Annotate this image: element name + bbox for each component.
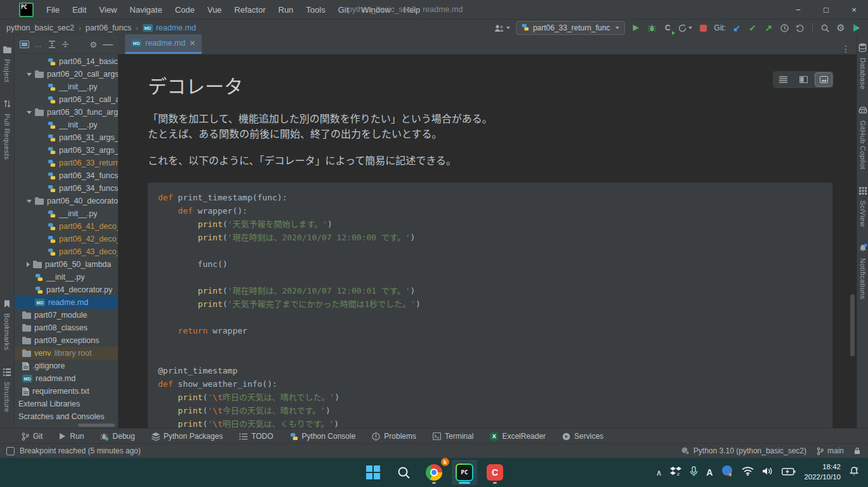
toolwindow-excelreader[interactable]: XExcelReader — [490, 432, 546, 441]
tab-readme[interactable]: MD readme.md ✕ — [125, 34, 202, 54]
menu-run[interactable]: Run — [273, 3, 299, 16]
tree-item[interactable]: part06_41_deco_dem — [15, 220, 118, 233]
editor-only-button[interactable] — [774, 72, 792, 87]
project-view-icon[interactable] — [20, 41, 29, 48]
interpreter-widget[interactable]: Python 3.10 (python_basic_sec2) — [681, 446, 806, 455]
tree-item[interactable]: MDreadme.md — [15, 372, 118, 385]
chevron-down-icon[interactable] — [27, 200, 32, 203]
taskbar-clock[interactable]: 18:42 2022/10/10 — [804, 462, 841, 482]
tree-item[interactable]: __init__.py — [15, 81, 118, 93]
tree-item[interactable]: part08_classes — [15, 321, 118, 334]
menu-navigate[interactable]: Navigate — [124, 3, 167, 16]
tree-item[interactable]: part06_30_func_args_an — [15, 106, 118, 119]
tree-item[interactable]: __init__.py — [15, 119, 118, 131]
tree-item[interactable]: part06_14_basic.py — [15, 55, 118, 68]
plugin-gradient-icon[interactable] — [852, 22, 862, 34]
chevron-right-icon[interactable] — [27, 262, 30, 267]
collapse-all-icon[interactable] — [62, 41, 69, 48]
tab-close-icon[interactable]: ✕ — [189, 39, 195, 48]
git-update-icon[interactable]: ↙ — [732, 22, 742, 34]
breadcrumb-file[interactable]: MDreadme.md — [143, 23, 196, 32]
breadcrumb-item[interactable]: part06_funcs — [86, 23, 131, 32]
menu-code[interactable]: Code — [170, 3, 200, 16]
run-configuration-select[interactable]: part06_33_return_func — [516, 21, 625, 35]
expand-all-icon[interactable] — [48, 41, 56, 48]
menu-view[interactable]: View — [94, 3, 122, 16]
toolwindow-python-packages[interactable]: Python Packages — [152, 432, 223, 441]
stop-button[interactable] — [698, 22, 708, 34]
chevron-down-icon[interactable] — [27, 111, 32, 114]
camtasia-taskbar-icon[interactable]: C — [482, 460, 508, 485]
pycharm-taskbar-icon[interactable]: PC — [452, 460, 477, 485]
tree-item[interactable]: part06_33_return_fu — [15, 157, 118, 169]
stripe-button-notifications[interactable]: Notifications — [858, 244, 867, 299]
battery-icon[interactable] — [782, 467, 796, 478]
tree-item[interactable]: venv library root — [15, 347, 118, 360]
toolwindow-debug[interactable]: Debug — [100, 432, 135, 441]
preview-only-button[interactable] — [815, 72, 832, 87]
taskbar-search-button[interactable] — [391, 460, 416, 485]
coverage-button[interactable] — [678, 22, 692, 34]
minimize-button[interactable]: − — [784, 0, 812, 19]
chrome-taskbar-icon[interactable]: k — [421, 460, 447, 485]
chevron-down-icon[interactable] — [27, 73, 32, 76]
run-button[interactable] — [631, 22, 641, 34]
tree-item[interactable]: Scratches and Consoles — [15, 410, 118, 423]
lock-icon[interactable] — [854, 447, 860, 455]
volume-icon[interactable] — [762, 467, 773, 478]
split-view-button[interactable] — [794, 72, 812, 87]
git-commit-icon[interactable]: ✓ — [747, 22, 758, 34]
tree-item[interactable]: part06_50_lambda — [15, 258, 118, 271]
project-view-more[interactable]: … — [35, 41, 43, 48]
tree-item[interactable]: part06_43_deco_dem — [15, 245, 118, 258]
toolwindow-services[interactable]: Services — [562, 432, 603, 441]
profile-button[interactable]: C — [662, 22, 673, 34]
tree-item[interactable]: part06_21_call_args_ — [15, 93, 118, 106]
ime-mode-indicator[interactable]: A — [706, 467, 713, 477]
toolwindow-todo[interactable]: TODO — [239, 432, 273, 441]
toolwindow-run[interactable]: Run — [59, 432, 84, 441]
stripe-button-github-copilot[interactable]: GitHub Copilot — [858, 106, 867, 169]
hide-panel-icon[interactable]: — — [103, 39, 113, 50]
code-with-me-users-icon[interactable] — [494, 22, 510, 34]
editor-scrollbar[interactable] — [850, 294, 855, 356]
stripe-button-bookmarks[interactable]: Bookmarks — [3, 299, 11, 351]
stripe-button-project[interactable]: Project — [3, 44, 11, 82]
tree-item[interactable]: part4_decorator.py — [15, 283, 118, 296]
tree-item[interactable]: part06_20_call_args_kwa — [15, 68, 118, 81]
tree-item[interactable]: part06_32_args_are_t — [15, 144, 118, 157]
git-branch-widget[interactable]: main — [817, 446, 844, 455]
stripe-button-structure[interactable]: Structure — [3, 367, 11, 412]
tree-item[interactable]: __init__.py — [15, 271, 118, 283]
stripe-button-sciview[interactable]: SciView — [859, 186, 867, 227]
git-push-icon[interactable]: ↗ — [763, 22, 773, 34]
close-button[interactable]: × — [840, 0, 868, 19]
toolwindow-problems[interactable]: Problems — [372, 432, 416, 441]
stripe-button-pull-requests[interactable]: Pull Requests — [3, 99, 11, 160]
debug-button[interactable] — [647, 22, 657, 34]
maximize-button[interactable]: □ — [812, 0, 840, 19]
stripe-button-database[interactable]: Database — [858, 43, 867, 89]
tree-item[interactable]: part06_40_decorator — [15, 195, 118, 207]
notification-bell-icon[interactable]: z — [849, 466, 859, 479]
microphone-icon[interactable] — [690, 466, 698, 479]
panel-settings-gear-icon[interactable]: ⚙ — [89, 40, 97, 49]
status-window-icon[interactable] — [6, 447, 15, 455]
toolwindow-git[interactable]: Git — [22, 432, 43, 441]
start-button[interactable] — [360, 460, 386, 485]
tree-item[interactable]: part07_module — [15, 309, 118, 321]
menu-file[interactable]: File — [41, 3, 65, 16]
drive-sphere-icon[interactable] — [721, 465, 733, 480]
rollback-icon[interactable] — [795, 22, 805, 34]
tree-item[interactable]: .gitignore — [15, 360, 118, 372]
toolwindow-python-console[interactable]: Python Console — [290, 432, 356, 441]
tree-horizontal-scrollbar[interactable] — [78, 424, 115, 427]
dropbox-paused-icon[interactable]: z — [670, 466, 681, 479]
tree-item[interactable]: __init__.py — [15, 207, 118, 220]
menu-refactor[interactable]: Refactor — [229, 3, 270, 16]
menu-tools[interactable]: Tools — [301, 3, 330, 16]
tree-item[interactable]: part06_34_funcs_in_ — [15, 182, 118, 195]
tree-item[interactable]: part06_42_deco_dem — [15, 233, 118, 245]
menu-edit[interactable]: Edit — [67, 3, 91, 16]
history-icon[interactable] — [779, 22, 789, 34]
